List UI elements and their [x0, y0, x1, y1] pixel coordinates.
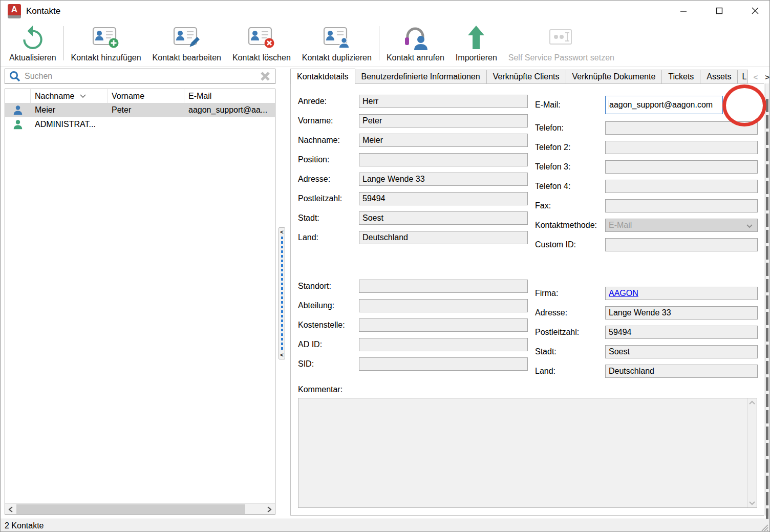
position-field[interactable]: [359, 153, 528, 166]
right-edge-splitter[interactable]: [765, 83, 769, 516]
aagon-logo-icon: A: [8, 4, 21, 15]
postleitzahl-field[interactable]: 59494: [359, 192, 528, 205]
firma-land-field[interactable]: Deutschland: [605, 365, 758, 378]
horizontal-scrollbar[interactable]: [5, 503, 275, 514]
ad-id-field[interactable]: [359, 338, 528, 351]
self-service-password-button: Self Service Passwort setzen: [503, 23, 620, 65]
call-contact-button[interactable]: Kontakt anrufen: [381, 23, 450, 65]
kommentar-label: Kommentar:: [298, 385, 343, 394]
scroll-right-icon[interactable]: [264, 504, 275, 515]
add-contact-button[interactable]: Kontakt hinzufügen: [66, 23, 147, 65]
firma-land-label: Land:: [535, 365, 555, 378]
app-window: A Kontakte Aktualisieren: [0, 0, 770, 532]
table-header: Nachname Vorname E-Mail: [5, 89, 275, 103]
collapse-left-icon[interactable]: <: [280, 352, 283, 357]
standort-field[interactable]: [359, 280, 528, 293]
scroll-down-icon[interactable]: [748, 501, 756, 505]
custom-id-label: Custom ID:: [535, 238, 576, 251]
telefon4-field[interactable]: [605, 180, 758, 193]
tab-kontaktdetails[interactable]: Kontaktdetails: [290, 69, 355, 84]
cell-vorname: Peter: [108, 105, 184, 115]
contact-add-icon: [92, 24, 120, 51]
tab-verknuepfte-dokumente[interactable]: Verknüpfte Dokumente: [566, 70, 662, 84]
firma-stadt-label: Stadt:: [535, 345, 557, 358]
abteilung-field[interactable]: [359, 299, 528, 312]
maximize-button[interactable]: [712, 4, 726, 18]
firma-stadt-field[interactable]: Soest: [605, 345, 758, 358]
firma-adresse-field[interactable]: Lange Wende 33: [605, 306, 758, 320]
tab-scroll-right-icon[interactable]: >: [765, 73, 769, 81]
firma-link[interactable]: AAGON: [609, 289, 638, 297]
custom-id-field[interactable]: [605, 238, 758, 251]
ad-id-label: AD ID:: [298, 338, 322, 351]
anrede-label: Anrede:: [298, 95, 327, 108]
tab-benutzerdefinierte-informationen[interactable]: Benutzerdefinierte Informationen: [355, 70, 487, 84]
tab-verknuepfte-clients[interactable]: Verknüpfte Clients: [487, 70, 566, 84]
kontaktmethode-label: Kontaktmethode:: [535, 219, 597, 232]
column-header-vorname[interactable]: Vorname: [108, 89, 184, 103]
app-logo: A: [8, 4, 21, 18]
close-button[interactable]: [748, 4, 762, 18]
title-bar: A Kontakte: [1, 1, 769, 21]
panel-splitter[interactable]: < <: [279, 227, 285, 359]
splitter-handle[interactable]: [281, 237, 283, 350]
chevron-down-icon: [746, 224, 753, 228]
edit-contact-button[interactable]: Kontakt bearbeiten: [147, 23, 227, 65]
anrede-field[interactable]: Herr: [359, 95, 528, 108]
stadt-field[interactable]: Soest: [359, 211, 528, 225]
status-bar: 2 Kontakte: [1, 519, 769, 532]
tab-assets[interactable]: Assets: [700, 70, 738, 84]
import-button[interactable]: Importieren: [450, 23, 503, 65]
fax-field[interactable]: [605, 199, 758, 212]
land-label: Land:: [298, 231, 318, 244]
comment-scrollbar[interactable]: [747, 398, 757, 507]
vorname-field[interactable]: Peter: [359, 114, 528, 127]
column-header-nachname[interactable]: Nachname: [31, 89, 108, 103]
firma-adresse-label: Adresse:: [535, 306, 567, 320]
postleitzahl-label: Postleitzahl:: [298, 192, 342, 205]
window-title: Kontakte: [26, 6, 60, 16]
column-header-email[interactable]: E-Mail: [184, 89, 275, 103]
stadt-label: Stadt:: [298, 211, 319, 225]
icon-column-header[interactable]: [5, 89, 31, 103]
annotation-circle: [722, 84, 766, 126]
fax-label: Fax:: [535, 199, 551, 212]
close-icon: [752, 7, 759, 14]
clear-search-icon[interactable]: [260, 71, 271, 82]
scroll-left-icon[interactable]: [5, 504, 16, 515]
collapse-left-icon[interactable]: <: [280, 229, 283, 235]
tab-truncated[interactable]: L: [738, 70, 748, 84]
tab-tickets[interactable]: Tickets: [662, 70, 700, 84]
contact-duplicate-icon: [323, 24, 351, 51]
kommentar-textarea[interactable]: [298, 398, 757, 508]
kontaktmethode-dropdown[interactable]: E-Mail: [605, 219, 758, 232]
search-input[interactable]: [24, 71, 260, 81]
duplicate-contact-button[interactable]: Kontakt duplizieren: [296, 23, 377, 65]
contact-edit-icon: [173, 24, 201, 51]
nachname-field[interactable]: Meier: [359, 134, 528, 147]
vorname-label: Vorname:: [298, 114, 333, 127]
table-row[interactable]: Meier Peter aagon_support@aa...: [5, 103, 275, 117]
position-label: Position:: [298, 153, 329, 166]
tab-bar: Kontaktdetails Benutzerdefinierte Inform…: [290, 69, 769, 84]
scrollbar-thumb[interactable]: [16, 504, 245, 514]
resize-grip-icon[interactable]: [760, 523, 768, 531]
telefon3-field[interactable]: [605, 160, 758, 174]
adresse-field[interactable]: Lange Wende 33: [359, 173, 528, 186]
firma-postleitzahl-field[interactable]: 59494: [605, 326, 758, 339]
scroll-up-icon[interactable]: [748, 400, 756, 405]
cell-nachname: Meier: [31, 105, 108, 115]
sid-field[interactable]: [359, 357, 528, 371]
email-field[interactable]: aagon_support@aagon.com: [605, 96, 723, 114]
delete-contact-button[interactable]: Kontakt löschen: [227, 23, 296, 65]
land-field[interactable]: Deutschland: [359, 231, 528, 244]
refresh-button[interactable]: Aktualisieren: [4, 23, 62, 65]
nachname-label: Nachname:: [298, 134, 340, 147]
kostenstelle-field[interactable]: [359, 318, 528, 332]
telefon2-field[interactable]: [605, 141, 758, 154]
cell-nachname: ADMINISTRAT...: [31, 120, 108, 129]
table-row[interactable]: ADMINISTRAT...: [5, 117, 275, 132]
search-icon: [9, 71, 20, 82]
search-box: [5, 69, 275, 84]
minimize-button[interactable]: [676, 4, 691, 18]
